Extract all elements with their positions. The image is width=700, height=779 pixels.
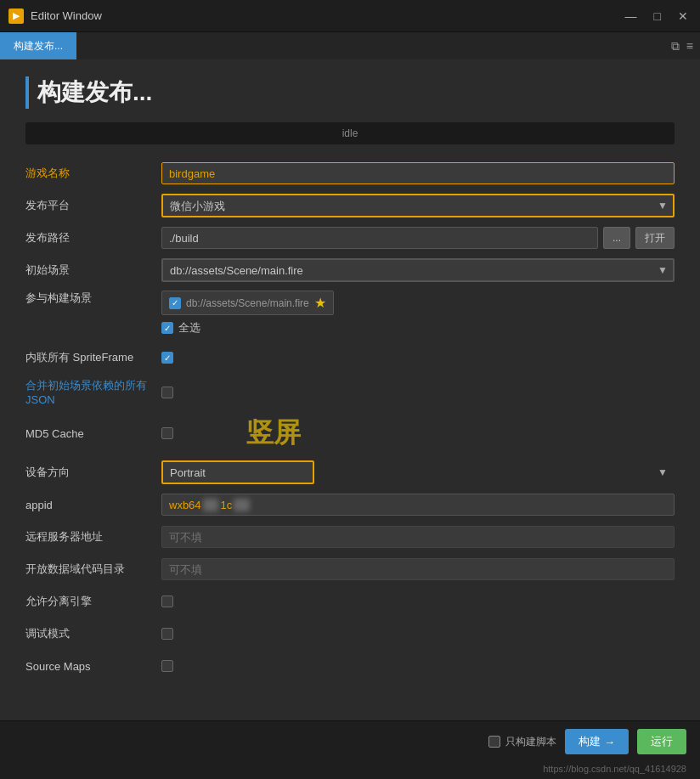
- source-maps-row: Source Maps: [25, 654, 675, 678]
- titlebar: ▶ Editor Window — □ ✕: [0, 0, 700, 32]
- open-data-label: 开放数据域代码目录: [25, 562, 161, 577]
- appid-display[interactable]: wxb64fe1cfd: [161, 494, 675, 516]
- remote-server-label: 远程服务器地址: [25, 529, 161, 545]
- appid-blur2: fd: [234, 499, 250, 511]
- device-orientation-select[interactable]: Portrait Landscape Auto: [161, 460, 314, 484]
- maximize-button[interactable]: □: [651, 8, 664, 24]
- remote-server-row: 远程服务器地址: [25, 525, 675, 549]
- run-button[interactable]: 运行: [637, 729, 686, 754]
- script-only-checkbox[interactable]: [488, 736, 500, 748]
- publish-path-row: 发布路径 ... 打开: [25, 226, 675, 250]
- platform-select-wrapper: 微信小游戏 Web Mobile Web Desktop Android iOS…: [161, 194, 675, 217]
- merge-json-control: [161, 387, 675, 398]
- status-bar: idle: [25, 122, 675, 144]
- debug-mode-checkbox[interactable]: [161, 628, 173, 640]
- inline-sprite-row: 内联所有 SpriteFrame: [25, 346, 675, 370]
- script-only-label: 只构建脚本: [505, 735, 556, 749]
- source-maps-checkbox[interactable]: [161, 660, 173, 672]
- menu-icon[interactable]: ≡: [686, 39, 693, 53]
- platform-label: 发布平台: [25, 198, 161, 213]
- remote-server-control: [161, 526, 675, 548]
- inline-sprite-checkbox[interactable]: [161, 352, 173, 364]
- publish-path-label: 发布路径: [25, 230, 161, 246]
- scene-path: db://assets/Scene/main.fire: [186, 297, 309, 309]
- inline-sprite-label: 内联所有 SpriteFrame: [25, 350, 161, 365]
- open-data-input[interactable]: [161, 558, 675, 580]
- scene-list: db://assets/Scene/main.fire ★: [161, 291, 334, 315]
- arrow-icon: →: [604, 736, 615, 748]
- md5-cache-control: 竖屏: [161, 415, 675, 452]
- separate-engine-checkbox[interactable]: [161, 596, 173, 607]
- restore-icon[interactable]: ⧉: [671, 39, 680, 54]
- footer-main: 只构建脚本 构建 → 运行: [0, 721, 700, 762]
- initial-scene-label: 初始场景: [25, 262, 161, 278]
- merge-json-label: 合并初始场景依赖的所有 JSON: [25, 378, 161, 406]
- minimize-button[interactable]: —: [622, 8, 641, 24]
- close-button[interactable]: ✕: [675, 8, 692, 24]
- tab-build-publish[interactable]: 构建发布...: [0, 32, 76, 59]
- script-only-row: 只构建脚本: [488, 735, 556, 749]
- device-orientation-control: Portrait Landscape Auto ▼: [161, 460, 675, 484]
- game-name-input[interactable]: [161, 162, 675, 184]
- main-content: 构建发布... idle 游戏名称 发布平台 微信小游戏 Web Mobile …: [0, 59, 700, 728]
- select-all-row: 全选: [161, 319, 200, 337]
- game-name-row: 游戏名称: [25, 161, 675, 185]
- star-icon[interactable]: ★: [314, 295, 326, 311]
- appid-prefix: wxb64: [169, 499, 201, 511]
- md5-cache-row: MD5 Cache 竖屏: [25, 415, 675, 452]
- tab-label: 构建发布...: [14, 39, 63, 54]
- participate-control: db://assets/Scene/main.fire ★ 全选: [161, 291, 675, 337]
- publish-path-control: ... 打开: [161, 227, 675, 249]
- platform-select[interactable]: 微信小游戏 Web Mobile Web Desktop Android iOS: [161, 194, 675, 217]
- app-icon: ▶: [8, 8, 24, 24]
- window-controls: — □ ✕: [622, 8, 692, 24]
- remote-server-input[interactable]: [161, 526, 675, 548]
- appid-control: wxb64fe1cfd: [161, 494, 675, 516]
- build-label: 构建: [579, 734, 601, 749]
- debug-mode-row: 调试模式: [25, 622, 675, 646]
- appid-label: appid: [25, 499, 161, 511]
- participate-row: 参与构建场景 db://assets/Scene/main.fire ★ 全选: [25, 291, 675, 337]
- initial-scene-row: 初始场景 db://assets/Scene/main.fire ▼: [25, 258, 675, 282]
- appid-blur1: fe: [203, 499, 219, 511]
- debug-mode-label: 调试模式: [25, 626, 161, 641]
- initial-scene-select[interactable]: db://assets/Scene/main.fire: [161, 258, 675, 282]
- merge-json-checkbox[interactable]: [161, 387, 173, 398]
- browse-button[interactable]: ...: [603, 227, 630, 249]
- device-orientation-select-wrapper: Portrait Landscape Auto ▼: [161, 460, 675, 484]
- participate-label: 参与构建场景: [25, 291, 161, 306]
- select-all-checkbox[interactable]: [161, 322, 173, 334]
- open-data-control: [161, 558, 675, 580]
- appid-row: appid wxb64fe1cfd: [25, 493, 675, 517]
- device-orientation-dropdown-arrow: ▼: [658, 466, 668, 478]
- source-maps-label: Source Maps: [25, 660, 161, 673]
- merge-json-row: 合并初始场景依赖的所有 JSON: [25, 378, 675, 406]
- separate-engine-control: [161, 596, 675, 607]
- appid-mid: 1c: [220, 499, 232, 511]
- scene-checkbox[interactable]: [169, 297, 181, 309]
- md5-cache-label: MD5 Cache: [25, 427, 161, 440]
- separate-engine-label: 允许分离引擎: [25, 594, 161, 609]
- md5-cache-checkbox[interactable]: [161, 427, 173, 439]
- select-all-label: 全选: [178, 320, 200, 336]
- source-maps-control: [161, 660, 675, 672]
- initial-scene-control: db://assets/Scene/main.fire ▼: [161, 258, 675, 282]
- game-name-control: [161, 162, 675, 184]
- open-button[interactable]: 打开: [635, 227, 675, 249]
- platform-control: 微信小游戏 Web Mobile Web Desktop Android iOS…: [161, 194, 675, 217]
- device-orientation-row: 设备方向 Portrait Landscape Auto ▼: [25, 460, 675, 484]
- build-button[interactable]: 构建 →: [565, 729, 629, 754]
- inline-sprite-control: [161, 352, 675, 364]
- platform-row: 发布平台 微信小游戏 Web Mobile Web Desktop Androi…: [25, 194, 675, 217]
- page-title: 构建发布...: [25, 76, 675, 109]
- game-name-label: 游戏名称: [25, 166, 161, 181]
- footer: 只构建脚本 构建 → 运行 https://blog.csdn.net/qq_4…: [0, 720, 700, 779]
- tabbar-actions: ⧉ ≡: [671, 32, 693, 59]
- publish-path-input[interactable]: [161, 227, 598, 249]
- initial-scene-select-wrapper: db://assets/Scene/main.fire ▼: [161, 258, 675, 282]
- separate-engine-row: 允许分离引擎: [25, 590, 675, 613]
- open-data-row: 开放数据域代码目录: [25, 557, 675, 581]
- portrait-watermark: 竖屏: [246, 415, 301, 452]
- scene-list-item: db://assets/Scene/main.fire ★: [169, 295, 326, 311]
- tabbar: 构建发布... ⧉ ≡: [0, 32, 700, 59]
